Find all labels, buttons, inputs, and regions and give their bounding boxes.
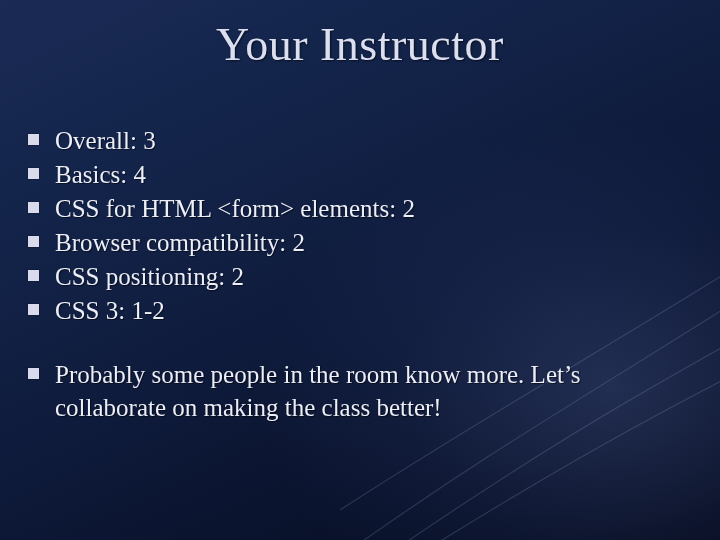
bullet-square-icon — [28, 134, 39, 145]
list-item: CSS positioning: 2 — [28, 260, 692, 293]
bullet-list-1: Overall: 3 Basics: 4 CSS for HTML <form>… — [28, 124, 692, 327]
bullet-square-icon — [28, 236, 39, 247]
slide: Your Instructor Overall: 3 Basics: 4 CSS… — [0, 0, 720, 540]
spacer — [28, 328, 692, 358]
bullet-text: CSS positioning: 2 — [55, 260, 244, 293]
bullet-square-icon — [28, 168, 39, 179]
bullet-text: Probably some people in the room know mo… — [55, 358, 692, 424]
bullet-text: Overall: 3 — [55, 124, 156, 157]
bullet-square-icon — [28, 270, 39, 281]
bullet-text: CSS 3: 1-2 — [55, 294, 165, 327]
list-item: CSS for HTML <form> elements: 2 — [28, 192, 692, 225]
bullet-text: CSS for HTML <form> elements: 2 — [55, 192, 415, 225]
list-item: Probably some people in the room know mo… — [28, 358, 692, 424]
list-item: Browser compatibility: 2 — [28, 226, 692, 259]
bullet-square-icon — [28, 202, 39, 213]
list-item: Overall: 3 — [28, 124, 692, 157]
slide-content: Overall: 3 Basics: 4 CSS for HTML <form>… — [28, 124, 692, 425]
bullet-square-icon — [28, 304, 39, 315]
bullet-text: Browser compatibility: 2 — [55, 226, 305, 259]
slide-title: Your Instructor — [0, 0, 720, 71]
bullet-text: Basics: 4 — [55, 158, 146, 191]
bullet-square-icon — [28, 368, 39, 379]
list-item: CSS 3: 1-2 — [28, 294, 692, 327]
list-item: Basics: 4 — [28, 158, 692, 191]
bullet-list-2: Probably some people in the room know mo… — [28, 358, 692, 424]
